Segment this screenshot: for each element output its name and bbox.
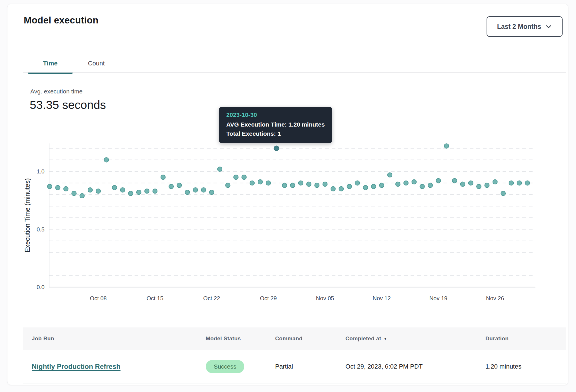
- column-header-duration[interactable]: Duration: [485, 327, 509, 350]
- data-point[interactable]: [72, 191, 76, 196]
- job-run-cell: Nightly Production Refresh: [32, 350, 121, 383]
- highlighted-data-point[interactable]: [274, 146, 279, 151]
- x-axis-tick-label: Oct 22: [203, 295, 220, 301]
- data-point[interactable]: [209, 190, 214, 195]
- data-point[interactable]: [290, 183, 295, 188]
- data-point[interactable]: [242, 175, 246, 179]
- data-point[interactable]: [315, 183, 319, 188]
- data-point[interactable]: [420, 184, 425, 189]
- data-point[interactable]: [250, 181, 255, 185]
- data-point[interactable]: [371, 184, 376, 189]
- data-point[interactable]: [88, 188, 93, 192]
- model-status-cell: Success: [206, 350, 244, 383]
- x-axis-tick-label: Nov 05: [316, 295, 334, 301]
- x-axis-tick-label: Oct 08: [90, 295, 107, 301]
- data-point[interactable]: [509, 181, 513, 185]
- data-point[interactable]: [153, 189, 157, 193]
- data-point[interactable]: [282, 183, 287, 188]
- data-point[interactable]: [347, 184, 352, 189]
- x-axis-tick-label: Oct 29: [260, 295, 277, 301]
- data-point[interactable]: [477, 184, 481, 189]
- duration-cell: 1.20 minutes: [485, 350, 521, 383]
- data-point[interactable]: [404, 181, 408, 185]
- data-point[interactable]: [452, 178, 457, 183]
- chart-tooltip: 2023-10-30 AVG Execution Time: 1.20 minu…: [219, 107, 332, 143]
- data-point[interactable]: [234, 175, 238, 179]
- y-axis-title: Execution Time (minutes): [24, 178, 31, 252]
- data-point[interactable]: [96, 189, 101, 193]
- tab-count-label: Count: [88, 60, 105, 67]
- tab-count[interactable]: Count: [79, 55, 114, 72]
- tooltip-total-executions: Total Executions: 1: [226, 129, 325, 138]
- data-point[interactable]: [469, 181, 473, 185]
- model-execution-card: Model execution Last 2 Months Time Count…: [7, 4, 568, 385]
- command-cell: Partial: [275, 350, 293, 383]
- data-point[interactable]: [161, 175, 165, 179]
- data-point[interactable]: [47, 184, 52, 189]
- data-point[interactable]: [128, 191, 133, 196]
- data-point[interactable]: [104, 158, 109, 162]
- data-point[interactable]: [307, 182, 311, 187]
- data-point[interactable]: [299, 181, 303, 185]
- chevron-down-icon: [545, 23, 552, 30]
- y-axis-tick-label: 0.0: [37, 284, 45, 290]
- data-point[interactable]: [225, 183, 230, 188]
- sort-descending-icon: ▼: [383, 337, 387, 341]
- data-point[interactable]: [444, 144, 449, 148]
- x-axis-tick-label: Oct 15: [147, 295, 163, 301]
- data-point[interactable]: [493, 179, 497, 184]
- data-point[interactable]: [55, 185, 60, 190]
- column-header-command[interactable]: Command: [275, 327, 303, 350]
- x-axis-tick-label: Nov 19: [429, 295, 447, 301]
- data-point[interactable]: [145, 189, 149, 193]
- x-axis-tick-label: Nov 26: [486, 295, 504, 301]
- page-title: Model execution: [24, 15, 99, 26]
- data-point[interactable]: [355, 181, 360, 185]
- tab-time-label: Time: [43, 60, 58, 67]
- data-point[interactable]: [379, 183, 384, 188]
- y-axis-tick-label: 0.5: [37, 226, 45, 233]
- data-point[interactable]: [339, 187, 343, 191]
- page: Model execution Last 2 Months Time Count…: [0, 0, 576, 392]
- execution-time-scatter-chart[interactable]: 0.00.51.0Oct 08Oct 15Oct 22Oct 29Nov 05N…: [7, 130, 576, 313]
- status-badge: Success: [206, 360, 244, 373]
- column-header-model-status[interactable]: Model Status: [206, 327, 241, 350]
- tab-time[interactable]: Time: [28, 55, 73, 72]
- data-point[interactable]: [363, 185, 368, 190]
- data-point[interactable]: [112, 185, 117, 190]
- data-point[interactable]: [517, 181, 522, 185]
- data-point[interactable]: [169, 184, 173, 189]
- date-range-dropdown[interactable]: Last 2 Months: [487, 16, 563, 37]
- data-point[interactable]: [460, 182, 465, 187]
- job-run-link[interactable]: Nightly Production Refresh: [32, 363, 121, 371]
- x-axis-tick-label: Nov 12: [373, 295, 391, 301]
- data-point[interactable]: [331, 187, 335, 191]
- column-header-job-run[interactable]: Job Run: [32, 327, 54, 350]
- data-point[interactable]: [201, 188, 206, 192]
- data-point[interactable]: [177, 183, 181, 188]
- table-header-row: Job Run Model Status Command Completed a…: [23, 327, 566, 350]
- tooltip-avg-execution-time: AVG Execution Time: 1.20 minutes: [226, 120, 325, 129]
- data-point[interactable]: [217, 167, 222, 171]
- data-point[interactable]: [428, 183, 433, 188]
- data-point[interactable]: [80, 193, 84, 198]
- data-point[interactable]: [266, 181, 271, 185]
- column-header-completed-at[interactable]: Completed at ▼: [345, 327, 387, 350]
- data-point[interactable]: [120, 188, 125, 192]
- data-point[interactable]: [501, 191, 505, 196]
- data-point[interactable]: [485, 183, 489, 188]
- data-point[interactable]: [64, 187, 68, 191]
- data-point[interactable]: [137, 190, 141, 195]
- data-point[interactable]: [193, 188, 198, 192]
- data-point[interactable]: [412, 179, 416, 184]
- data-point[interactable]: [185, 190, 190, 195]
- tooltip-date: 2023-10-30: [226, 111, 325, 118]
- data-point[interactable]: [258, 179, 263, 184]
- data-point[interactable]: [396, 182, 400, 187]
- y-axis-tick-label: 1.0: [37, 168, 45, 175]
- completed-at-cell: Oct 29, 2023, 6:02 PM PDT: [345, 350, 423, 383]
- data-point[interactable]: [323, 182, 327, 187]
- data-point[interactable]: [525, 181, 530, 185]
- data-point[interactable]: [436, 178, 441, 183]
- data-point[interactable]: [387, 173, 392, 177]
